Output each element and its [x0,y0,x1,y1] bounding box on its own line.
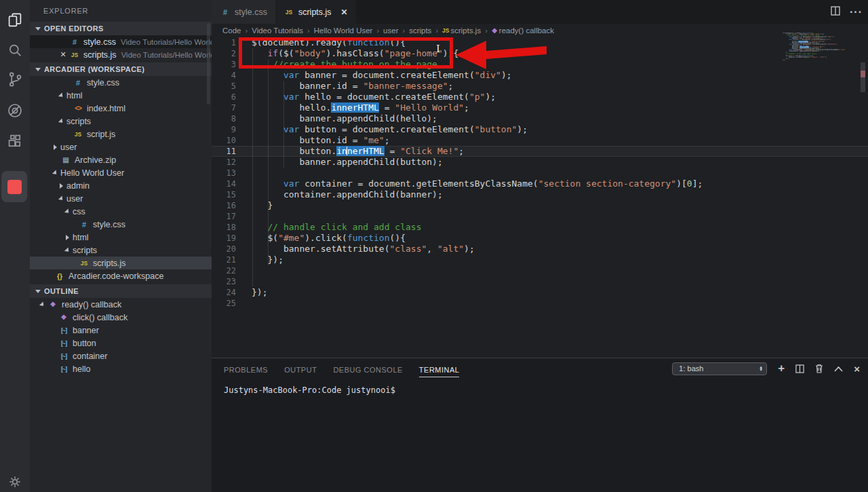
minimap[interactable]: $(document).ready(function(){ if($("body… [783,33,845,73]
outline-item-hello[interactable]: [~]hello [30,362,212,375]
stop-recording-icon[interactable] [7,180,22,194]
outline-item-click-callback[interactable]: ❖click() callback [30,311,212,324]
split-editor-icon[interactable] [831,6,840,18]
extensions-icon[interactable] [0,128,30,155]
tree-item-archive-zip[interactable]: ▤Archive.zip [30,153,212,166]
terminal-prompt[interactable]: Justyns-MacBook-Pro:Code justynooi$ [224,385,395,395]
breadcrumb-separator: › [376,26,379,35]
tree-item-user[interactable]: user [30,140,212,153]
tree-item-html[interactable]: html [30,231,212,244]
debug-icon[interactable] [0,97,30,124]
code-line-5[interactable]: 5 banner.id = "banner-message"; [212,81,868,92]
twisty-expanded-icon[interactable] [58,118,64,124]
code-line-12[interactable]: 12 banner.appendChild(button); [212,157,868,168]
code-line-14[interactable]: 14 var container = document.getElementsB… [212,178,868,189]
code-line-11[interactable]: 11 button.innerHTML = "Click Me!"; [212,146,868,157]
tree-item-index-html[interactable]: <>index.html [30,102,212,115]
code-line-18[interactable]: 18 // handle click and add class [212,222,868,233]
open-editor-item[interactable]: #style.cssVideo Tutorials/Hello World Us… [30,35,212,48]
code-line-16[interactable]: 16 } [212,200,868,211]
breadcrumb-item[interactable]: Code [222,26,241,35]
twisty-expanded-icon[interactable] [64,208,71,214]
tree-item-script-js[interactable]: JSscript.js [30,128,212,140]
settings-gear-icon[interactable] [0,468,30,492]
scrollbar-handle[interactable] [861,62,865,92]
code-line-17[interactable]: 17 [212,211,868,222]
line-number: 3 [212,59,236,70]
breadcrumb-item[interactable]: user [383,26,398,35]
breadcrumb-item[interactable]: Video Tutorials [252,26,303,35]
panel-tab-output[interactable]: OUTPUT [284,362,317,377]
code-line-25[interactable]: 25 [212,298,868,309]
tree-item-label: scripts.js [93,259,126,268]
code-line-7[interactable]: 7 hello.innerHTML = "Hello World"; [212,102,868,113]
twisty-collapsed-icon[interactable] [54,145,57,150]
tree-item-html[interactable]: html [30,89,212,102]
maximize-panel-icon[interactable] [834,366,843,372]
tree-item-style-css[interactable]: #style.css [30,218,212,231]
outline-item-button[interactable]: [~]button [30,337,212,349]
twisty-expanded-icon[interactable] [52,170,58,176]
terminal-select[interactable]: 1: bash ▲▼ [672,362,767,375]
twisty-expanded-icon[interactable] [64,247,71,253]
code-line-13[interactable]: 13 [212,168,868,178]
tree-item-hello-world-user[interactable]: Hello World User [30,166,212,179]
sidebar-scrollbar[interactable] [207,23,210,105]
twisty-collapsed-icon[interactable] [60,183,63,189]
tree-item-style-css[interactable]: #style.css [30,76,212,89]
twisty-expanded-icon[interactable] [58,92,64,98]
outline-header[interactable]: OUTLINE [30,284,212,298]
tree-item-arcadier-code-workspace[interactable]: {}Arcadier.code-workspace [30,269,212,282]
panel-tab-debug-console[interactable]: DEBUG CONSOLE [333,362,402,377]
code-line-6[interactable]: 6 var hello = document.createElement("p"… [212,92,868,102]
recording-indicator-card[interactable] [1,171,27,202]
tab-scripts-js[interactable]: JSscripts.js✕ [275,0,356,24]
tree-item-label: css [73,207,85,216]
code-line-23[interactable]: 23 [212,276,868,287]
panel-tab-problems[interactable]: PROBLEMS [224,362,268,377]
tree-item-scripts[interactable]: scripts [30,244,212,257]
breadcrumb-item[interactable]: Hello World User [314,26,373,35]
open-editor-item[interactable]: ✕JSscripts.jsVideo Tutorials/Hello World… [30,48,212,61]
outline-item-container[interactable]: [~]container [30,349,212,362]
tree-item-scripts[interactable]: scripts [30,115,212,128]
tree-item-admin[interactable]: admin [30,179,212,192]
tab-style-css[interactable]: #style.css [212,0,275,24]
outline-item-banner[interactable]: [~]banner [30,324,212,337]
split-terminal-icon[interactable] [795,364,804,373]
close-panel-icon[interactable]: × [854,363,860,375]
panel-tab-terminal[interactable]: TERMINAL [419,362,460,377]
js-file-icon: JS [73,131,83,138]
annotation-arrow [448,34,556,75]
twisty-expanded-icon[interactable] [39,301,45,307]
source-control-icon[interactable] [0,66,30,93]
code-line-24[interactable]: 24}); [212,287,868,298]
tree-item-css[interactable]: css [30,205,212,218]
code-line-22[interactable]: 22 [212,265,868,276]
search-icon[interactable] [0,37,30,64]
open-editors-header[interactable]: OPEN EDITORS [30,22,212,35]
workspace-header[interactable]: ARCADIER (WORKSPACE) [30,62,212,76]
code-line-20[interactable]: 20 banner.setAttribute("class", "alt"); [212,244,868,254]
more-actions-icon[interactable]: ··· [850,6,863,18]
breadcrumb-item[interactable]: scripts [409,26,431,35]
explorer-icon[interactable] [0,7,30,34]
close-icon[interactable]: ✕ [58,50,68,59]
twisty-collapsed-icon[interactable] [66,235,69,240]
twisty-expanded-icon[interactable] [58,195,64,202]
tree-item-scripts-js[interactable]: JSscripts.js [30,257,212,269]
code-line-8[interactable]: 8 banner.appendChild(hello); [212,113,868,124]
overview-ruler-marker [861,71,865,77]
outline-item-ready-callback[interactable]: ❖ready() callback [30,298,212,311]
code-line-9[interactable]: 9 var button = document.createElement("b… [212,124,868,135]
code-line-15[interactable]: 15 container.appendChild(banner); [212,189,868,200]
code-line-10[interactable]: 10 button.id = "me"; [212,135,868,146]
tree-item-user[interactable]: user [30,192,212,205]
new-terminal-icon[interactable]: + [778,362,785,375]
kill-terminal-icon[interactable] [815,364,823,373]
code-editor[interactable]: 1$(document).ready(function(){2 if($("bo… [212,37,868,309]
code-line-21[interactable]: 21 }); [212,254,868,265]
close-icon[interactable]: ✕ [341,7,348,17]
code-line-19[interactable]: 19 $("#me").click(function(){ [212,233,868,244]
editor-scrollbar[interactable] [861,27,865,353]
